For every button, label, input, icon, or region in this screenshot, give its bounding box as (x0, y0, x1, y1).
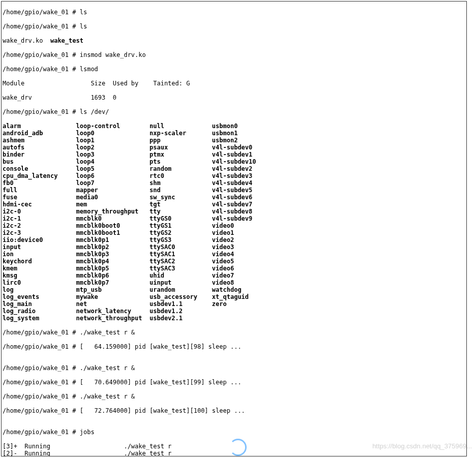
prompt-line: /home/gpio/wake_01 # lsmod (3, 66, 465, 73)
prompt-line: /home/gpio/wake_01 # jobs (3, 429, 465, 436)
prompt-line: /home/gpio/wake_01 # ./wake_test r & (3, 329, 465, 336)
terminal-viewport[interactable]: /home/gpio/wake_01 # ls /home/gpio/wake_… (1, 1, 467, 456)
prompt-line: /home/gpio/wake_01 # insmod wake_drv.ko (3, 51, 465, 58)
prompt-line: /home/gpio/wake_01 # ./wake_test r & (3, 393, 465, 400)
ls-output: wake_drv.ko wake_test (3, 37, 465, 44)
lsmod-row: wake_drv 1693 0 (3, 94, 465, 101)
terminal-output: /home/gpio/wake_01 # ls /home/gpio/wake_… (3, 2, 465, 456)
prompt-line: /home/gpio/wake_01 # ls /dev/ (3, 108, 465, 115)
prompt-line: /home/gpio/wake_01 # ls (3, 23, 465, 30)
lsmod-header: Module Size Used by Tainted: G (3, 80, 465, 87)
dev-listing: alarm loop-control null usbmon0 android_… (3, 123, 465, 322)
kmsg-line: /home/gpio/wake_01 # [ 64.159000] pid [w… (3, 343, 465, 350)
prompt-line: /home/gpio/wake_01 # ./wake_test r & (3, 364, 465, 372)
kmsg-line: /home/gpio/wake_01 # [ 72.764000] pid [w… (3, 407, 465, 414)
prompt-line: /home/gpio/wake_01 # ls (3, 9, 465, 16)
jobs-listing: [3]+ Running ./wake_test r [2]- Running … (3, 443, 465, 456)
kmsg-line: /home/gpio/wake_01 # [ 70.649000] pid [w… (3, 379, 465, 386)
